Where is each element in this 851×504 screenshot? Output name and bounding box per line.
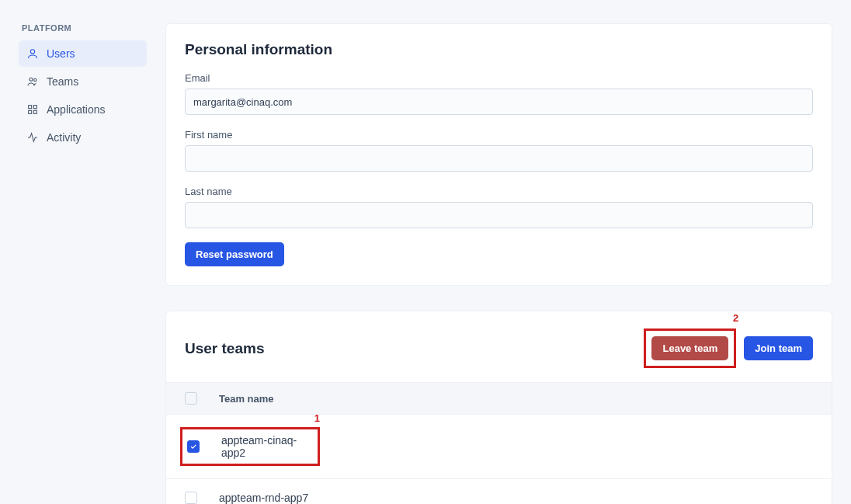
sidebar-heading: PLATFORM <box>19 23 147 33</box>
last-name-field[interactable] <box>185 202 813 228</box>
email-label: Email <box>185 72 813 84</box>
sidebar-item-label: Applications <box>47 103 106 116</box>
teams-table-header: Team name <box>166 382 832 415</box>
email-field[interactable] <box>185 89 813 115</box>
sidebar-item-label: Teams <box>47 75 78 88</box>
personal-info-title: Personal information <box>185 41 813 58</box>
team-row-checkbox[interactable] <box>185 492 197 504</box>
svg-rect-3 <box>29 106 32 109</box>
personal-info-card: Personal information Email First name La… <box>165 23 832 286</box>
annotation-number-2: 2 <box>733 312 738 324</box>
team-name-cell: appteam-cinaq-app2 <box>221 434 310 459</box>
svg-point-1 <box>30 78 33 81</box>
sidebar-item-activity[interactable]: Activity <box>19 124 147 151</box>
main-content: Personal information Email First name La… <box>165 23 832 504</box>
svg-rect-6 <box>33 110 36 113</box>
team-row-checkbox[interactable] <box>187 440 200 453</box>
svg-rect-5 <box>29 110 32 113</box>
select-all-checkbox[interactable] <box>185 392 197 405</box>
sidebar: PLATFORM Users Teams Applications Activi… <box>19 23 147 504</box>
svg-point-0 <box>30 50 34 54</box>
first-name-field[interactable] <box>185 145 813 172</box>
last-name-label: Last name <box>185 186 813 197</box>
team-name-column-header: Team name <box>219 393 274 405</box>
sidebar-item-applications[interactable]: Applications <box>19 96 147 123</box>
reset-password-button[interactable]: Reset password <box>185 242 284 266</box>
table-row: 1 appteam-cinaq-app2 <box>166 415 832 479</box>
user-teams-card: User teams 2 Leave team Join team Team n… <box>165 311 832 504</box>
leave-team-button[interactable]: Leave team <box>651 336 728 360</box>
svg-point-2 <box>34 78 36 81</box>
user-teams-title: User teams <box>185 340 264 357</box>
sidebar-item-users[interactable]: Users <box>19 40 147 67</box>
annotation-box-1: 1 appteam-cinaq-app2 <box>180 427 320 466</box>
annotation-box-2: 2 Leave team <box>644 328 736 368</box>
table-row: appteam-rnd-app7 <box>166 479 832 504</box>
sidebar-item-label: Users <box>47 47 75 60</box>
apps-icon <box>26 103 39 116</box>
user-icon <box>26 47 39 60</box>
activity-icon <box>26 131 39 144</box>
svg-rect-4 <box>33 106 36 109</box>
sidebar-item-label: Activity <box>47 131 81 144</box>
annotation-number-1: 1 <box>314 412 320 424</box>
join-team-button[interactable]: Join team <box>744 336 813 360</box>
users-icon <box>26 75 39 88</box>
first-name-label: First name <box>185 129 813 141</box>
sidebar-item-teams[interactable]: Teams <box>19 68 147 95</box>
team-name-cell: appteam-rnd-app7 <box>219 492 308 504</box>
